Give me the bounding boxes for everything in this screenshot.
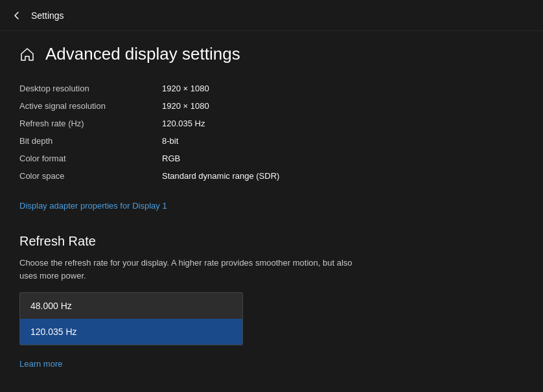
info-row-color-space: Color space Standard dynamic range (SDR): [19, 167, 524, 185]
value-refresh-rate: 120.035 Hz: [162, 119, 205, 128]
back-button[interactable]: [10, 9, 23, 22]
main-content: Advanced display settings Desktop resolu…: [0, 31, 543, 382]
rate-option-48[interactable]: 48.000 Hz: [20, 293, 242, 319]
refresh-rate-description: Choose the refresh rate for your display…: [19, 257, 356, 282]
label-desktop-resolution: Desktop resolution: [19, 84, 162, 93]
rate-option-120[interactable]: 120.035 Hz: [20, 319, 242, 345]
info-row-signal-resolution: Active signal resolution 1920 × 1080: [19, 97, 524, 115]
display-adapter-link[interactable]: Display adapter properties for Display 1: [19, 201, 167, 211]
value-desktop-resolution: 1920 × 1080: [162, 84, 209, 93]
refresh-rate-list: 48.000 Hz 120.035 Hz: [19, 292, 243, 345]
info-row-desktop-resolution: Desktop resolution 1920 × 1080: [19, 80, 524, 97]
label-signal-resolution: Active signal resolution: [19, 101, 162, 111]
info-row-color-format: Color format RGB: [19, 150, 524, 167]
value-color-space: Standard dynamic range (SDR): [162, 171, 279, 181]
refresh-rate-section-title: Refresh Rate: [19, 234, 524, 249]
home-icon: [19, 47, 35, 62]
info-table: Desktop resolution 1920 × 1080 Active si…: [19, 80, 524, 185]
value-color-format: RGB: [162, 154, 180, 163]
learn-more-link[interactable]: Learn more: [19, 359, 62, 369]
info-row-refresh-rate: Refresh rate (Hz) 120.035 Hz: [19, 115, 524, 132]
page-header: Advanced display settings: [19, 44, 524, 64]
label-bit-depth: Bit depth: [19, 136, 162, 146]
page-title: Advanced display settings: [45, 44, 240, 64]
label-refresh-rate: Refresh rate (Hz): [19, 119, 162, 128]
info-row-bit-depth: Bit depth 8-bit: [19, 132, 524, 150]
title-bar: Settings: [0, 0, 543, 31]
window-title: Settings: [31, 10, 64, 21]
value-bit-depth: 8-bit: [162, 136, 178, 146]
value-signal-resolution: 1920 × 1080: [162, 101, 209, 111]
label-color-format: Color format: [19, 154, 162, 163]
label-color-space: Color space: [19, 171, 162, 181]
